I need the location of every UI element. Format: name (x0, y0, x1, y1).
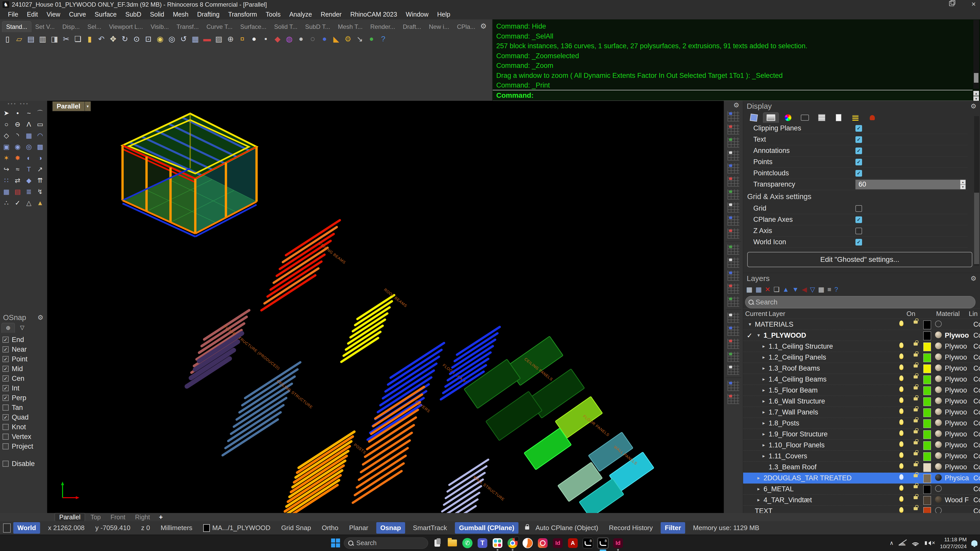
toolbar-tab-11[interactable]: Mesh T... (334, 21, 367, 32)
cplane-surface-icon[interactable] (727, 150, 739, 160)
checkbox-text[interactable]: ✓ (856, 136, 862, 143)
checkbox-clipping-planes[interactable]: ✓ (856, 125, 862, 132)
cplane-z-icon[interactable] (727, 124, 739, 135)
duplicate-layer-icon[interactable]: ❏ (773, 286, 780, 294)
toolbar-tab-12[interactable]: Render... (366, 21, 399, 32)
checkbox-perp[interactable]: ✓ (3, 395, 9, 401)
checkbox-vertex[interactable] (3, 433, 9, 440)
cplane-save-icon[interactable] (727, 270, 739, 281)
lamp-icon[interactable]: ¤ (236, 33, 248, 45)
taskbar-search-input[interactable]: Search (344, 537, 428, 549)
alerts-tab[interactable] (865, 113, 880, 123)
layer-color-swatch[interactable] (923, 364, 931, 373)
scale-icon[interactable]: ↘ (354, 33, 366, 45)
undo-icon[interactable]: ↶ (95, 33, 107, 45)
cplane-next-icon[interactable] (727, 257, 739, 268)
twist-icon[interactable]: ↯ (35, 186, 46, 197)
instagram-icon[interactable] (537, 537, 549, 549)
array-icon[interactable]: ∷ (1, 175, 12, 186)
layer-lock-icon[interactable] (914, 343, 918, 346)
layer-color-swatch[interactable] (923, 354, 931, 362)
transparency-input[interactable]: 60 ▲▼ (856, 179, 966, 189)
checkbox-world-icon[interactable]: ✓ (856, 239, 862, 246)
surface-icon[interactable]: ▦ (23, 130, 35, 141)
expand-arrow-icon[interactable]: ▸ (757, 486, 760, 492)
earth-icon[interactable]: ● (366, 33, 377, 45)
osnap-perp[interactable]: ✓Perp (0, 393, 46, 403)
scroll-down-button[interactable]: ▼ (974, 96, 979, 101)
osnap-disable[interactable]: Disable (0, 459, 46, 468)
menu-help[interactable]: Help (433, 10, 455, 19)
roof-beams[interactable]: ROOF BEAMS (341, 287, 408, 362)
wall-structure[interactable]: WALL STRUCTURE (437, 460, 506, 513)
display-panel-scrollbar[interactable] (974, 116, 979, 266)
scroll-up-button[interactable]: ▲ (974, 91, 979, 96)
cplane-view-icon[interactable] (727, 176, 739, 187)
layer-material-sphere-icon[interactable] (935, 452, 942, 459)
contour-icon[interactable]: ≣ (23, 186, 35, 197)
cplane-3pt-icon[interactable] (727, 202, 739, 213)
layer-visibility-bulb-icon[interactable] (899, 463, 904, 469)
layer-color-swatch[interactable] (923, 386, 931, 395)
layer-lock-icon[interactable] (914, 507, 918, 510)
display-tab[interactable] (763, 112, 779, 123)
expand-arrow-icon[interactable]: ▸ (762, 354, 765, 360)
rhino-icon[interactable]: 8 (582, 537, 594, 549)
new-layer-icon[interactable]: ▦ (746, 286, 752, 294)
layer-lock-icon[interactable] (914, 485, 918, 488)
rhino-active-icon[interactable]: 8 (597, 537, 609, 549)
zoom-extents-icon[interactable]: ◎ (166, 33, 178, 45)
layer-row-2douglas-tar-treated[interactable]: ▸2DOUGLAS_TAR TREATEDPhysicaCo (743, 473, 980, 484)
layer-lock-icon[interactable] (914, 354, 918, 357)
color-wheel-tab[interactable] (780, 113, 796, 123)
osnap-project[interactable]: Project (0, 441, 46, 451)
expand-arrow-icon[interactable]: ▸ (762, 365, 765, 371)
toolbar-tab-4[interactable]: Viewport L... (105, 21, 147, 32)
arc-icon[interactable]: ⌒ (35, 108, 46, 119)
layer-row-6-metal[interactable]: ▸6_METALCo (743, 484, 980, 495)
scale-icon[interactable]: ↗ (35, 164, 46, 175)
menu-surface[interactable]: Surface (91, 10, 121, 19)
cplane-show-icon[interactable] (727, 313, 739, 323)
indesign-icon[interactable]: Id (552, 537, 564, 549)
grid-snap-toggle[interactable]: Grid Snap (281, 524, 311, 532)
polygon-icon[interactable]: ◇ (1, 130, 12, 141)
layer-material-sphere-icon[interactable] (935, 408, 942, 415)
osnap-end[interactable]: ✓End (0, 335, 46, 345)
filter-icon[interactable]: ▽ (810, 286, 815, 294)
expand-arrow-icon[interactable]: ▸ (762, 398, 765, 404)
menu-rhinocam-2023[interactable]: RhinoCAM 2023 (346, 10, 401, 19)
record-history-toggle[interactable]: Record History (609, 524, 653, 532)
camera-tab[interactable] (797, 113, 813, 123)
toolbar-gear-icon[interactable]: ⚙ (480, 22, 487, 30)
menu-file[interactable]: File (3, 10, 22, 19)
layer-row-1-9-floor-structure[interactable]: ▸1.9_Floor StructurePlywooCo (743, 429, 980, 440)
menu-window[interactable]: Window (401, 10, 433, 19)
named-view-icon[interactable]: ▬ (201, 33, 213, 45)
layer-row-1-2-ceiling-panels[interactable]: ▸1.2_Ceiling PanelsPlywooCo (743, 352, 980, 363)
osnap-knot[interactable]: Knot (0, 422, 46, 432)
zoom-window-icon[interactable]: ⊡ (142, 33, 154, 45)
coord-y[interactable]: y -7059.410 (95, 524, 130, 532)
page-tab[interactable] (831, 113, 846, 123)
expand-arrow-icon[interactable]: ▸ (762, 343, 765, 349)
viewport-tab-top[interactable]: Top (86, 513, 105, 521)
layer-color-swatch[interactable] (923, 474, 931, 483)
layer-material-sphere-icon[interactable] (935, 463, 942, 470)
layer-visibility-bulb-icon[interactable] (899, 408, 904, 414)
cplane-named-icon[interactable] (727, 284, 739, 294)
cplane-previous-icon[interactable] (727, 245, 739, 255)
print-icon[interactable]: ▥ (37, 33, 48, 45)
cplane-gumball-icon[interactable] (727, 394, 739, 404)
menu-transform[interactable]: Transform (224, 10, 261, 19)
menu-analyze[interactable]: Analyze (285, 10, 316, 19)
menu-mesh[interactable]: Mesh (169, 10, 193, 19)
menu-view[interactable]: View (42, 10, 65, 19)
osnap-mid[interactable]: ✓Mid (0, 364, 46, 374)
auto-cplane-toggle[interactable]: Auto CPlane (Object) (536, 524, 598, 532)
toolbar-tab-15[interactable]: CPla... (453, 21, 479, 32)
check-icon[interactable]: ✓ (12, 197, 23, 208)
planar-toggle[interactable]: Planar (349, 524, 368, 532)
menu-curve[interactable]: Curve (65, 10, 91, 19)
layer-color-swatch[interactable] (923, 463, 931, 472)
